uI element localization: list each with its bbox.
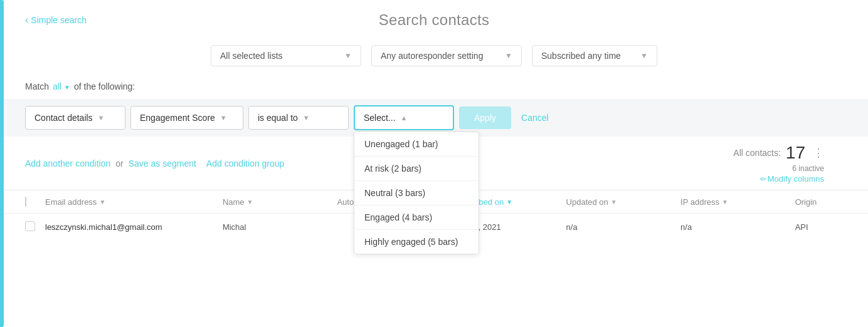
match-all-label: all	[53, 81, 61, 91]
chevron-left-icon: ‹	[25, 14, 28, 26]
operator-select-label: is equal to	[258, 113, 298, 123]
value-select-arrow-icon: ▲	[401, 114, 408, 122]
condition-inner: Contact details ▼ Engagement Score ▼ is …	[25, 105, 843, 130]
value-dropdown-wrapper: Select... ▲ Unengaged (1 bar) At risk (2…	[354, 105, 454, 130]
th-email-label: Email address	[45, 197, 97, 207]
subscribed-filter[interactable]: Subscribed any time ▼	[532, 45, 657, 66]
page-title: Search contacts	[379, 11, 490, 29]
autoresponder-filter[interactable]: Any autoresponder setting ▼	[371, 45, 522, 66]
condition-row: Contact details ▼ Engagement Score ▼ is …	[0, 99, 868, 137]
actions-separator: or	[115, 158, 123, 169]
counts-and-modify: All contacts: 17 ⋮ 6 inactive ✏ Modify c…	[733, 143, 824, 184]
save-segment-link[interactable]: Save as segment	[129, 158, 196, 169]
match-prefix: Match	[25, 81, 49, 91]
field-select-arrow-icon: ▼	[220, 114, 227, 122]
lists-filter-label: All selected lists	[220, 51, 283, 61]
th-checkbox	[0, 197, 35, 207]
actions-row: Add another condition or Save as segment…	[25, 158, 284, 169]
th-origin: Origin	[785, 197, 868, 207]
cancel-button[interactable]: Cancel	[516, 106, 554, 129]
subscribed-filter-arrow-icon: ▼	[640, 51, 648, 60]
operator-select[interactable]: is equal to ▼	[248, 106, 349, 130]
top-bar: ‹ Simple search Search contacts	[0, 0, 868, 35]
match-row: Match all ▼ of the following:	[0, 76, 868, 99]
category-select-arrow-icon: ▼	[98, 114, 105, 122]
field-select-label: Engagement Score	[140, 113, 215, 123]
value-select-label: Select...	[364, 113, 396, 123]
header-checkbox[interactable]	[25, 197, 26, 207]
value-select[interactable]: Select... ▲	[354, 105, 454, 130]
back-link-label: Simple search	[31, 15, 87, 25]
th-origin-label: Origin	[795, 197, 817, 207]
th-email[interactable]: Email address ▼	[35, 197, 213, 207]
th-ip-label: IP address	[680, 197, 719, 207]
row-checkbox[interactable]	[25, 221, 35, 231]
td-name-value: Michal	[223, 222, 246, 232]
td-name: Michal	[213, 222, 327, 232]
value-dropdown-menu: Unengaged (1 bar) At risk (2 bars) Neutr…	[354, 132, 479, 254]
subscribed-filter-label: Subscribed any time	[541, 51, 621, 61]
th-updated-sort-icon: ▼	[611, 199, 617, 205]
dropdown-option-at-risk[interactable]: At risk (2 bars)	[354, 157, 479, 181]
th-email-sort-icon: ▼	[99, 199, 105, 205]
th-updated[interactable]: Updated on ▼	[556, 197, 671, 207]
pencil-icon: ✏	[760, 175, 766, 184]
lists-filter-arrow-icon: ▼	[344, 51, 352, 60]
add-group-link[interactable]: Add condition group	[206, 158, 285, 169]
apply-button[interactable]: Apply	[459, 106, 511, 129]
dropdown-option-engaged[interactable]: Engaged (4 bars)	[354, 205, 479, 230]
td-email-value: leszczynski.michal1@gmail.com	[45, 222, 162, 232]
add-condition-link[interactable]: Add another condition	[25, 158, 110, 169]
th-updated-label: Updated on	[566, 197, 608, 207]
autoresponder-filter-arrow-icon: ▼	[505, 51, 512, 60]
sidebar-indicator	[0, 0, 4, 327]
operator-select-arrow-icon: ▼	[303, 114, 310, 122]
td-checkbox	[0, 221, 35, 233]
contacts-label: All contacts:	[733, 148, 780, 158]
th-name-sort-icon: ▼	[247, 199, 253, 205]
th-ip[interactable]: IP address ▼	[670, 197, 785, 207]
th-ip-sort-icon: ▼	[722, 199, 728, 205]
td-email: leszczynski.michal1@gmail.com	[35, 222, 213, 232]
category-select[interactable]: Contact details ▼	[25, 106, 125, 130]
td-updated-value: n/a	[566, 222, 578, 232]
match-all-arrow-icon: ▼	[64, 84, 70, 91]
th-name[interactable]: Name ▼	[213, 197, 327, 207]
contacts-count: 17	[786, 143, 805, 163]
contacts-count-area: All contacts: 17 ⋮ 6 inactive ✏ Modify c…	[733, 143, 843, 184]
match-suffix: of the following:	[74, 81, 135, 91]
td-origin-value: API	[795, 222, 808, 232]
field-select[interactable]: Engagement Score ▼	[130, 106, 243, 130]
dropdown-option-highly-engaged[interactable]: Highly engaged (5 bars)	[354, 230, 479, 254]
dropdown-option-unengaged[interactable]: Unengaged (1 bar)	[354, 132, 479, 157]
td-ip: n/a	[670, 222, 785, 232]
kebab-menu-icon[interactable]: ⋮	[813, 146, 824, 160]
back-link[interactable]: ‹ Simple search	[25, 14, 87, 26]
th-subscribed-sort-icon: ▼	[506, 199, 512, 205]
modify-columns-link[interactable]: Modify columns	[768, 174, 824, 184]
td-origin: API	[785, 222, 868, 232]
dropdown-option-neutral[interactable]: Neutral (3 bars)	[354, 181, 479, 205]
category-select-label: Contact details	[34, 113, 93, 123]
filters-row: All selected lists ▼ Any autoresponder s…	[0, 35, 868, 76]
autoresponder-filter-label: Any autoresponder setting	[381, 51, 483, 61]
td-updated: n/a	[556, 222, 671, 232]
match-all-link[interactable]: all ▼	[53, 81, 70, 91]
lists-filter[interactable]: All selected lists ▼	[211, 45, 361, 66]
inactive-label: 6 inactive	[792, 164, 824, 173]
td-ip-value: n/a	[680, 222, 692, 232]
th-name-label: Name	[223, 197, 245, 207]
